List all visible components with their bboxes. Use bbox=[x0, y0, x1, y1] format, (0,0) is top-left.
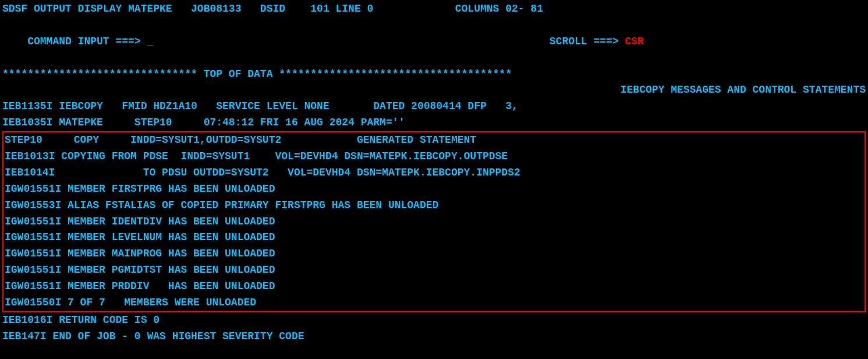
command-cursor: _ bbox=[141, 36, 550, 47]
command-input-label: COMMAND INPUT ===> bbox=[27, 36, 140, 47]
igw01551i-prddiv-line: IGW01551I MEMBER PRDDIV HAS BEEN UNLOADE… bbox=[5, 279, 863, 295]
igw01553i-alias-line: IGW01553I ALIAS FSTALIAS OF COPIED PRIMA… bbox=[5, 198, 863, 214]
terminal-screen: SDSF OUTPUT DISPLAY MATEPKE JOB08133 DSI… bbox=[0, 0, 868, 359]
ieb1014i-line: IEB1014I TO PDSU OUTDD=SYSUT2 VOL=DEVHD4… bbox=[5, 165, 863, 181]
igw01551i-mainprog-line: IGW01551I MEMBER MAINPROG HAS BEEN UNLOA… bbox=[5, 246, 863, 262]
ieb1013i-line: IEB1013I COPYING FROM PDSE INDD=SYSUT1 V… bbox=[5, 149, 863, 165]
igw01551i-identdiv-line: IGW01551I MEMBER IDENTDIV HAS BEEN UNLOA… bbox=[5, 214, 863, 230]
header-title: SDSF OUTPUT DISPLAY MATEPKE JOB08133 DSI… bbox=[2, 3, 543, 15]
step10-copy-line: STEP10 COPY INDD=SYSUT1,OUTDD=SYSUT2 GEN… bbox=[5, 132, 863, 149]
ieb147i-end-of-job-line: IEB147I END OF JOB - 0 WAS HIGHEST SEVER… bbox=[2, 329, 866, 345]
igw01551i-levelnum-line: IGW01551I MEMBER LEVELNUM HAS BEEN UNLOA… bbox=[5, 230, 863, 246]
ieb1035i-line: IEB1035I MATEPKE STEP10 07:48:12 FRI 16 … bbox=[2, 115, 866, 131]
igw01551i-firstprg-line: IGW01551I MEMBER FIRSTPRG HAS BEEN UNLOA… bbox=[5, 181, 863, 198]
igw01551i-pgmidtst-line: IGW01551I MEMBER PGMIDTST HAS BEEN UNLOA… bbox=[5, 262, 863, 279]
scroll-value: CSR bbox=[625, 36, 643, 47]
red-border-section: STEP10 COPY INDD=SYSUT1,OUTDD=SYSUT2 GEN… bbox=[2, 131, 866, 312]
top-of-data-line: ******************************* TOP OF D… bbox=[2, 66, 866, 83]
header-line-1: SDSF OUTPUT DISPLAY MATEPKE JOB08133 DSI… bbox=[2, 1, 866, 17]
iebcopy-messages-header: IEBCOPY MESSAGES AND CONTROL STATEMENTS bbox=[2, 82, 866, 98]
scroll-label: SCROLL ===> bbox=[550, 36, 619, 47]
igw01550i-7of7-line: IGW01550I 7 OF 7 MEMBERS WERE UNLOADED bbox=[5, 295, 863, 311]
ieb1135i-line: IEB1135I IEBCOPY FMID HDZ1A10 SERVICE LE… bbox=[2, 98, 866, 115]
command-input-line[interactable]: COMMAND INPUT ===> _ SCROLL ===> CSR bbox=[2, 17, 866, 66]
ieb1016i-return-code-line: IEB1016I RETURN CODE IS 0 bbox=[2, 312, 866, 329]
